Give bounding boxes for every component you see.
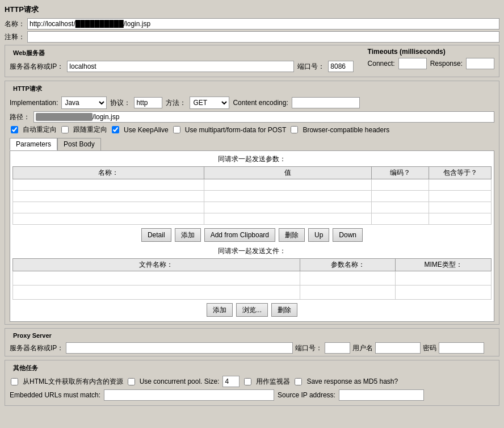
comment-label: 注释：: [5, 32, 25, 42]
port-input[interactable]: [328, 61, 354, 72]
add-clipboard-button[interactable]: Add from Clipboard: [204, 228, 275, 242]
table-row: [13, 179, 492, 191]
port-label: 端口号：: [297, 62, 325, 72]
keepalive-checkbox[interactable]: [112, 126, 119, 133]
proxy-port-input[interactable]: [325, 342, 350, 354]
other-tasks-title: 其他任务: [10, 363, 494, 374]
method-label: 方法：: [166, 98, 186, 108]
timeouts-label: Timeouts (milliseconds): [368, 48, 494, 56]
server-input[interactable]: [67, 61, 294, 72]
table-row: [13, 213, 492, 225]
table-row: [13, 191, 492, 202]
proxy-port-label: 端口号：: [295, 343, 322, 353]
proxy-user-label: 用户名: [352, 343, 373, 353]
detail-button[interactable]: Detail: [141, 228, 171, 242]
connect-input[interactable]: [398, 58, 427, 69]
source-ip-label: Source IP address:: [278, 391, 335, 399]
auto-redirect-checkbox[interactable]: [11, 126, 18, 133]
http-request-title: HTTP请求: [10, 83, 494, 94]
encoding-label: Content encoding:: [233, 99, 288, 107]
method-select[interactable]: GET POST PUT DELETE: [190, 96, 229, 109]
browser-compat-label: Browser-compatible headers: [303, 126, 389, 134]
col-param-name: 参数名称：: [300, 259, 396, 271]
parameters-table: 名称： 值 编码？ 包含等于？: [12, 166, 492, 225]
browser-compat-checkbox[interactable]: [291, 126, 298, 133]
impl-select[interactable]: Java HttpClient3.1 HttpClient4: [61, 96, 107, 109]
tab-post-body[interactable]: Post Body: [57, 138, 101, 150]
concurrent-pool-checkbox[interactable]: [128, 378, 135, 385]
follow-redirect-checkbox[interactable]: [61, 126, 69, 133]
col-mime: MIME类型：: [396, 259, 492, 271]
connect-label: Connect:: [368, 60, 395, 68]
web-server-title: Web服务器: [10, 48, 354, 58]
up-button[interactable]: Up: [308, 228, 329, 242]
encoding-input[interactable]: [292, 97, 360, 108]
impl-label: Implementation:: [10, 99, 58, 107]
files-table: 文件名称： 参数名称： MIME类型：: [12, 258, 492, 300]
fetch-resources-checkbox[interactable]: [11, 378, 18, 385]
monitor-label: 用作监视器: [256, 377, 290, 387]
col-filename: 文件名称：: [13, 259, 300, 271]
path-blurred: [36, 113, 93, 121]
source-ip-input[interactable]: [339, 389, 424, 401]
proxy-password-label: 密码: [423, 343, 436, 353]
fetch-resources-label: 从HTML文件获取所有内含的资源: [23, 377, 123, 387]
name-input[interactable]: [27, 18, 499, 30]
tab-parameters[interactable]: Parameters: [10, 138, 57, 150]
proxy-title: Proxy Server: [10, 331, 494, 340]
col-name: 名称：: [13, 167, 204, 179]
concurrent-pool-label: Use concurrent pool. Size:: [140, 377, 220, 385]
add-file-button[interactable]: 添加: [207, 303, 233, 317]
params-header: 同请求一起发送参数：: [12, 153, 492, 165]
add-param-button[interactable]: 添加: [175, 228, 201, 242]
table-row: [13, 286, 492, 300]
protocol-input[interactable]: [134, 97, 162, 108]
down-button[interactable]: Down: [333, 228, 363, 242]
parameters-tab-content: 同请求一起发送参数： 名称： 值 编码？ 包含等于？: [10, 150, 494, 322]
proxy-user-input[interactable]: [375, 342, 421, 354]
path-label: 路径：: [10, 112, 30, 122]
follow-redirect-label: 跟随重定向: [73, 125, 107, 135]
multipart-label: Use multipart/form-data for POST: [185, 126, 287, 134]
multipart-checkbox[interactable]: [173, 126, 180, 133]
keepalive-label: Use KeepAlive: [124, 126, 169, 134]
pool-size-input[interactable]: [222, 376, 240, 387]
response-input[interactable]: [466, 58, 494, 69]
delete-param-button[interactable]: 删除: [279, 228, 305, 242]
files-header: 同请求一起发送文件：: [12, 245, 492, 257]
embedded-input[interactable]: [104, 389, 274, 401]
md5-checkbox[interactable]: [295, 378, 302, 385]
path-suffix: /login.jsp: [93, 113, 119, 121]
table-row: [13, 271, 492, 286]
proxy-password-input[interactable]: [439, 342, 484, 354]
protocol-label: 协议：: [110, 98, 131, 108]
embedded-label: Embedded URLs must match:: [10, 391, 100, 399]
browse-button[interactable]: 浏览...: [236, 303, 268, 317]
md5-label: Save response as MD5 hash?: [306, 377, 398, 385]
proxy-server-label: 服务器名称或IP：: [10, 343, 64, 353]
response-label: Response:: [430, 60, 463, 68]
col-include: 包含等于？: [429, 167, 492, 179]
auto-redirect-label: 自动重定向: [23, 125, 57, 135]
delete-file-button[interactable]: 删除: [271, 303, 297, 317]
col-encode: 编码？: [372, 167, 429, 179]
server-label: 服务器名称或IP：: [10, 62, 64, 72]
proxy-server-input[interactable]: [66, 342, 293, 354]
table-row: [13, 202, 492, 213]
name-label: 名称：: [5, 19, 25, 29]
monitor-checkbox[interactable]: [244, 378, 251, 385]
comment-input[interactable]: [27, 31, 499, 43]
col-value: 值: [204, 167, 372, 179]
page-title: HTTP请求: [5, 5, 499, 15]
